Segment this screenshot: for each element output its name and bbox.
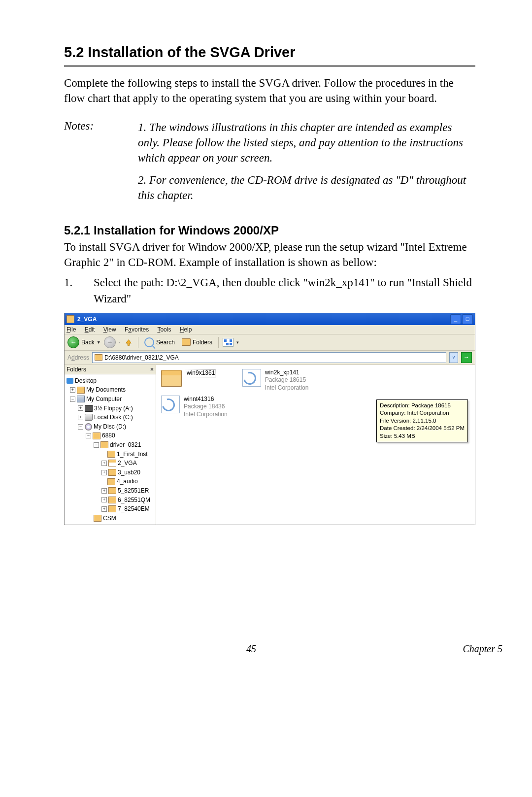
go-button[interactable]: → [461,352,472,363]
search-button[interactable]: Search [142,336,177,348]
expand-icon[interactable]: + [101,488,107,494]
file-win9x[interactable]: win9x1361 [161,369,228,387]
tree-floppy[interactable]: +3½ Floppy (A:) [66,404,155,413]
dropdown-icon[interactable]: ▾ [236,340,239,345]
computer-icon [77,396,85,402]
forward-button[interactable]: → [104,336,116,348]
expand-icon[interactable]: + [101,470,107,475]
collapse-icon[interactable]: − [94,442,99,448]
folder-tree: Desktop +My Documents −My Computer +3½ F… [65,374,156,525]
views-button[interactable] [223,338,233,347]
folder-icon [94,515,101,522]
folder-icon [108,497,116,503]
tooltip-line: Date Created: 2/24/2004 5:52 PM [380,425,465,432]
folder-icon [93,432,100,439]
titlebar[interactable]: 2_VGA _ □ [65,313,475,325]
toolbar: ← Back ▼ → · Search Folders ▾ [65,334,475,351]
folder-icon [95,354,102,361]
folder-icon [100,441,108,448]
tree-csm[interactable]: CSM [66,514,155,523]
file-sub: Package 18615 [265,376,309,384]
separator [138,337,138,348]
tree-vga[interactable]: +2_VGA [66,459,155,468]
expand-icon[interactable]: + [70,387,75,393]
folders-button[interactable]: Folders [180,337,214,347]
menu-file[interactable]: FFileile [66,326,76,333]
notes-label: Notes: [64,120,138,210]
menu-help[interactable]: Help [180,326,192,333]
folders-label: Folders [193,339,212,346]
note-2: 2. For convenience, the CD-ROM drive is … [138,172,475,203]
back-label: Back [81,339,95,346]
file-winnt[interactable]: winnt41316 Package 18436 Intel Corporati… [161,396,228,419]
tree-first[interactable]: 1_First_Inst [66,450,155,459]
window-title: 2_VGA [77,316,97,323]
dropdown-icon[interactable]: ▼ [97,340,101,345]
file-sub: Intel Corporation [265,384,309,392]
installer-icon [161,396,180,413]
maximize-button[interactable]: □ [462,314,473,324]
subsection-paragraph: To install SVGA driver for Window 2000/X… [64,239,475,270]
folder-icon [77,387,85,394]
address-label: Address [67,354,89,361]
tooltip-line: Company: Intel Corporation [380,409,465,417]
tree-qm[interactable]: +6_82551QM [66,496,155,505]
close-pane-button[interactable]: × [150,366,154,373]
address-value: D:\6880\driver_0321\2_VGA [104,354,179,361]
menu-favorites[interactable]: Favorites [125,326,149,333]
folder-icon [108,505,116,512]
tree-em[interactable]: +7_82540EM [66,504,155,514]
file-sub: Package 18436 [184,403,228,411]
search-icon [144,337,154,347]
content-pane: win9x1361 winnt41316 Package 18436 Intel… [156,365,475,525]
address-bar: Address D:\6880\driver_0321\2_VGA v → [65,351,475,365]
menu-view[interactable]: View [103,326,116,333]
menu-edit[interactable]: Edit [85,326,95,333]
folders-pane-title: Folders [66,366,150,373]
collapse-icon[interactable]: − [70,397,75,402]
tooltip-line: File Version: 2.11.15.0 [380,417,465,425]
expand-icon[interactable]: + [78,405,83,411]
menu-tools[interactable]: Tools [157,326,171,333]
step-text: Select the path: D:\2_VGA, then double c… [94,275,475,306]
disk-icon [85,414,93,421]
folder-icon [108,487,116,494]
back-button[interactable]: ← Back ▼ [67,336,101,348]
expand-icon[interactable]: + [101,497,107,502]
tooltip-line: Size: 5.43 MB [380,432,465,440]
expand-icon[interactable]: + [101,506,107,512]
menubar: FFileile Edit View Favorites Tools Help [65,325,475,334]
up-button[interactable] [123,337,134,348]
file-win2k[interactable]: win2k_xp141 Package 18615 Intel Corporat… [242,369,309,392]
file-sub: Intel Corporation [184,411,228,419]
cd-icon [85,423,92,431]
folder-icon [161,370,182,387]
tree-er[interactable]: +5_82551ER [66,486,155,496]
tree-6880[interactable]: −6880 [66,431,155,440]
address-input[interactable]: D:\6880\driver_0321\2_VGA [92,352,446,363]
expand-icon[interactable]: + [78,415,83,420]
step-number: 1. [64,275,94,306]
tree-mydisc[interactable]: −My Disc (D:) [66,422,155,432]
folder-open-icon [108,460,116,466]
desktop-icon [66,378,73,384]
minimize-button[interactable]: _ [450,314,461,324]
expand-icon[interactable]: + [101,461,107,466]
collapse-icon[interactable]: − [78,424,83,430]
tree-desktop[interactable]: Desktop [66,376,155,386]
window-icon [66,315,74,323]
tooltip-line: Description: Package 18615 [380,402,465,410]
tree-audio[interactable]: 4_audio [66,477,155,486]
notes-block: Notes: 1. The windows illustrations in t… [64,120,475,210]
section-heading: 5.2 Installation of the SVGA Driver [64,44,475,66]
tree-mycomp[interactable]: −My Computer [66,395,155,404]
address-dropdown[interactable]: v [449,352,458,363]
tree-usb[interactable]: +3_usb20 [66,468,155,477]
tree-mydocs[interactable]: +My Documents [66,385,155,395]
collapse-icon[interactable]: − [86,433,91,438]
separator [218,337,219,348]
page-number: 45 [167,643,335,655]
tree-localc[interactable]: +Local Disk (C:) [66,413,155,422]
tree-driver[interactable]: −driver_0321 [66,440,155,450]
file-name: winnt41316 [184,396,228,403]
